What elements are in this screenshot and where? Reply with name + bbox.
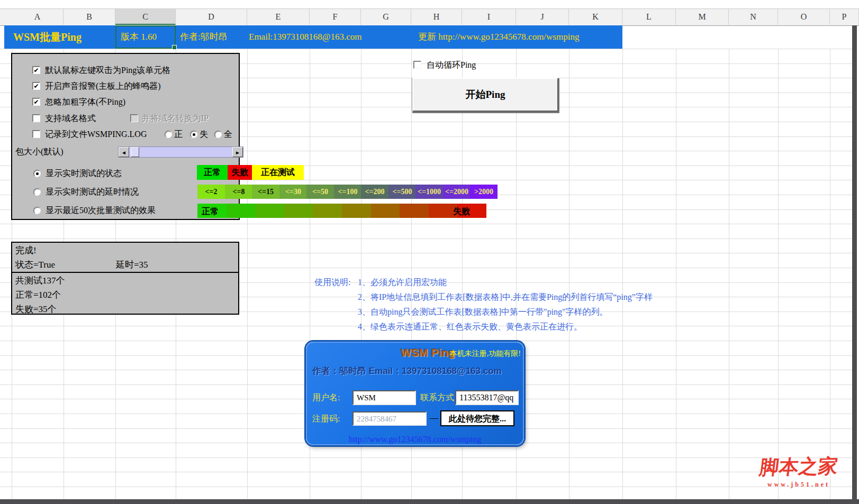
username-input[interactable]: WSM (352, 390, 416, 405)
radio-show-status-label: 显示实时测试的状态 (46, 168, 122, 179)
selected-cell-C1[interactable] (115, 25, 176, 49)
checkbox-sound-alarm-label: 开启声音报警(主板上的蜂鸣器) (45, 80, 161, 92)
stats-total: 共测试137个 (15, 275, 65, 287)
dialog-link[interactable]: http://www.go12345678.com/wsmping (307, 435, 523, 444)
col-header-E[interactable]: E (247, 9, 310, 25)
stats-ok: 正常=102个 (15, 289, 61, 301)
fill-handle[interactable] (172, 45, 177, 50)
legend-segment (227, 204, 256, 218)
checkbox-domain-to-ip: ✔ (130, 114, 138, 122)
stats-panel: 完成! 状态=True 延时=35 共测试137个 正常=102个 失败=35个 (11, 242, 239, 315)
grid-vline (676, 49, 676, 499)
radio-log-ok[interactable] (165, 131, 172, 138)
jb51-logo-url: www.jb51.net (759, 481, 838, 489)
stats-fail: 失败=35个 (15, 304, 57, 315)
radio-show-delay-label: 显示实时测试的延时情况 (46, 186, 139, 198)
stats-done: 完成! (15, 245, 37, 256)
complete-registration-button[interactable]: 此处待您完整... (440, 410, 514, 426)
col-header-N[interactable]: N (729, 9, 778, 25)
horizontal-scrollbar[interactable] (0, 499, 859, 504)
radio-log-fail[interactable] (190, 131, 197, 138)
col-header-B[interactable]: B (64, 9, 115, 25)
radio-show-status[interactable] (33, 170, 41, 177)
spreadsheet-background: ABCDEFGHIJKLMNOP WSM批量Ping 版本 1.60 作者:邬时… (0, 0, 859, 504)
grid-vline (830, 49, 830, 499)
col-header-A[interactable]: A (12, 9, 64, 25)
regcode-label: 注册码: (312, 413, 340, 425)
col-header-K[interactable]: K (569, 9, 622, 25)
legend-segment (313, 204, 342, 218)
packet-size-label: 包大小(默认) (15, 146, 64, 158)
contact-input[interactable]: 113553817@qq (455, 390, 519, 405)
legend-segment (255, 204, 284, 218)
col-header-M[interactable]: M (676, 9, 729, 25)
grid-vline (247, 49, 248, 499)
checkbox-domain-format[interactable]: ✔ (32, 114, 40, 122)
radio-log-fail-label: 失 (200, 129, 208, 140)
col-header-F[interactable]: F (310, 9, 361, 25)
radio-show-delay[interactable] (33, 188, 41, 196)
col-header-H[interactable]: H (411, 9, 462, 25)
col-header-L[interactable]: L (622, 9, 676, 25)
scrollbar-right-arrow[interactable]: ► (232, 147, 243, 157)
grid-hline (0, 49, 852, 49)
instruction-line-2: 2、将IP地址信息填到工作表[数据表格]中,并在需要Ping的列首行填写“pin… (358, 291, 653, 303)
grid-hline (0, 224, 852, 224)
legend-segment (342, 204, 371, 218)
legend-segment: <=8 (225, 185, 252, 199)
grid-hline (0, 341, 852, 341)
author-label: 作者:邬时昂 (180, 25, 228, 49)
radio-log-all[interactable] (214, 131, 222, 138)
radio-log-all-label: 全 (224, 129, 232, 140)
scrollbar-thumb[interactable] (131, 147, 139, 157)
radio-log-ok-label: 正 (174, 129, 183, 140)
username-label: 用户名: (312, 391, 340, 404)
start-ping-button[interactable]: 开始Ping (412, 78, 558, 112)
legend-segment: <=100 (334, 185, 361, 199)
radio-show-history-label: 显示最近50次批量测试的效果 (46, 205, 156, 216)
col-header-I[interactable]: I (462, 9, 516, 25)
legend-segment: 失败 (228, 165, 252, 180)
col-header-G[interactable]: G (361, 9, 411, 25)
legend-segment: <=15 (252, 185, 279, 199)
instruction-line-1: 1、必须允许启用宏功能 (358, 277, 447, 288)
grid-hline (0, 487, 852, 487)
legend-segment: >2000 (470, 185, 498, 199)
update-url-label: 更新 http://www.go12345678.com/wsmping (418, 25, 579, 49)
grid-vline (622, 49, 623, 499)
checkbox-doubleclick-ping-label: 默认鼠标左键双击为Ping该单元格 (45, 65, 170, 76)
legend-segment: <=50 (306, 185, 334, 199)
history-fail-label: 失败 (453, 206, 470, 217)
col-header-J[interactable]: J (516, 9, 569, 25)
title-bar: WSM批量Ping 版本 1.60 作者:邬时昂 Email:139731081… (4, 25, 622, 49)
stats-divider (12, 272, 238, 273)
jb51-watermark: 脚本之家 www.jb51.net (759, 454, 838, 489)
stats-status: 状态=True (15, 259, 55, 271)
instruction-line-3: 3、自动ping只会测试工作表[数据表格]中第一行带"ping"字样的列。 (358, 306, 608, 318)
col-header-O[interactable]: O (778, 9, 830, 25)
scrollbar-left-arrow[interactable]: ◄ (119, 147, 129, 157)
checkbox-doubleclick-ping[interactable]: ✔ (32, 66, 40, 74)
packet-size-scrollbar[interactable]: ◄ ► (118, 146, 243, 158)
radio-show-history[interactable] (33, 207, 41, 214)
app-title: WSM批量Ping (13, 25, 82, 49)
checkbox-domain-format-label: 支持域名格式 (45, 113, 96, 124)
legend-segment: 正在测试 (252, 165, 304, 180)
col-header-D[interactable]: D (176, 9, 247, 25)
checkbox-ignore-bold-label: 忽略加粗字体(不Ping) (45, 96, 125, 108)
checkbox-auto-loop[interactable]: ✔ (413, 61, 421, 69)
checkbox-log-to-file[interactable]: ✔ (32, 130, 40, 138)
instructions-title: 使用说明: (314, 277, 350, 288)
regcode-input[interactable]: 2284758467 (352, 411, 427, 426)
vertical-scrollbar[interactable] (852, 25, 857, 504)
checkbox-sound-alarm[interactable]: ✔ (32, 82, 40, 90)
checkbox-domain-to-ip-label: 并将域名转换为IP (142, 113, 209, 124)
legend-segment (400, 204, 429, 218)
grid-hline (0, 457, 852, 458)
history-ok-label: 正常 (202, 206, 219, 217)
register-dialog: WSM Ping 本机未注册,功能有限! 作者：邬时昂 Email：139731… (306, 342, 524, 445)
col-header-P[interactable]: P (830, 9, 859, 25)
checkbox-ignore-bold[interactable]: ✔ (32, 98, 40, 106)
col-header-C[interactable]: C (115, 9, 176, 25)
checkbox-auto-loop-label: 自动循环Ping (427, 59, 476, 71)
